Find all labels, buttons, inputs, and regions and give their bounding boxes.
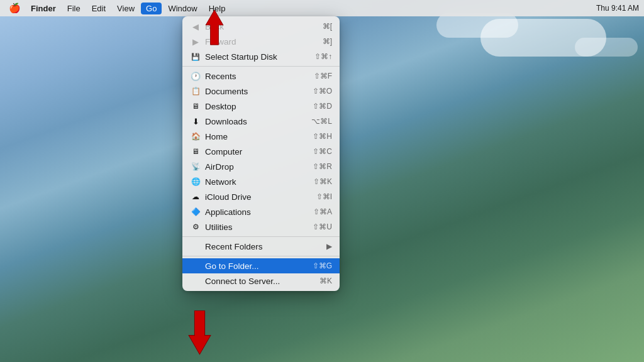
menu-item-downloads-shortcut: ⌥⌘L xyxy=(311,117,332,126)
menubar-right: Thu 9:41 AM xyxy=(596,4,639,13)
menu-item-network-shortcut: ⇧⌘K xyxy=(313,177,332,186)
menu-item-utilities-label: Utilities xyxy=(205,222,313,232)
menu-item-connect-label: Connect to Server... xyxy=(205,277,319,286)
menu-item-home[interactable]: 🏠 Home ⇧⌘H xyxy=(182,129,340,144)
menu-item-home-shortcut: ⇧⌘H xyxy=(313,132,332,141)
menu-item-home-label: Home xyxy=(205,132,313,141)
go-dropdown-menu: ◀ Back ⌘[ ▶ Forward ⌘] 💾 Select Startup … xyxy=(182,16,340,291)
view-menu[interactable]: View xyxy=(112,3,140,14)
menu-item-go-folder[interactable]: Go to Folder... ⇧⌘G xyxy=(182,258,340,273)
menu-separator-3 xyxy=(182,256,340,256)
network-icon: 🌐 xyxy=(190,176,201,187)
recents-icon: 🕐 xyxy=(190,70,201,82)
documents-icon: 📋 xyxy=(190,85,201,97)
cloud-decoration xyxy=(436,13,518,38)
menu-item-downloads-label: Downloads xyxy=(205,117,311,126)
menu-item-airdrop-shortcut: ⇧⌘R xyxy=(313,162,332,171)
airdrop-icon: 📡 xyxy=(190,161,201,172)
menu-separator-2 xyxy=(182,236,340,237)
menu-item-desktop-label: Desktop xyxy=(205,102,313,111)
svg-marker-2 xyxy=(189,310,211,354)
cloud-decoration xyxy=(575,38,638,57)
menu-item-downloads[interactable]: ⬇ Downloads ⌥⌘L xyxy=(182,114,340,129)
menubar: 🍎 Finder File Edit View Go Window Help T… xyxy=(0,0,644,16)
menu-item-icloud[interactable]: ☁ iCloud Drive ⇧⌘I xyxy=(182,189,340,204)
menu-item-icloud-shortcut: ⇧⌘I xyxy=(316,192,332,201)
go-menu[interactable]: Go xyxy=(141,3,162,14)
menu-item-airdrop-label: AirDrop xyxy=(205,162,313,172)
icloud-icon: ☁ xyxy=(190,191,201,202)
arrow-down-indicator xyxy=(179,309,220,356)
menu-item-documents-shortcut: ⇧⌘O xyxy=(313,87,332,96)
menu-item-startup-label: Select Startup Disk xyxy=(205,52,314,62)
menu-item-back-shortcut: ⌘[ xyxy=(323,22,332,31)
startup-icon: 💾 xyxy=(190,51,201,62)
menu-item-go-folder-label: Go to Folder... xyxy=(205,261,313,271)
menu-item-applications[interactable]: 🔷 Applications ⇧⌘A xyxy=(182,204,340,219)
menu-item-documents-label: Documents xyxy=(205,87,313,96)
menu-separator-1 xyxy=(182,66,340,67)
file-menu[interactable]: File xyxy=(62,3,86,14)
downloads-icon: ⬇ xyxy=(190,116,201,127)
menu-item-applications-shortcut: ⇧⌘A xyxy=(313,207,332,216)
recent-folders-icon xyxy=(190,241,201,252)
menu-item-network-label: Network xyxy=(205,177,313,187)
menu-item-utilities[interactable]: ⚙ Utilities ⇧⌘U xyxy=(182,219,340,234)
menubar-clock: Thu 9:41 AM xyxy=(596,4,639,13)
menu-item-icloud-label: iCloud Drive xyxy=(205,192,316,202)
menu-item-recent-folders[interactable]: Recent Folders ▶ xyxy=(182,239,340,254)
computer-icon: 🖥 xyxy=(190,146,201,157)
home-icon: 🏠 xyxy=(190,131,201,142)
menu-item-startup-shortcut: ⇧⌘↑ xyxy=(314,52,332,61)
applications-icon: 🔷 xyxy=(190,206,201,217)
menu-item-startup[interactable]: 💾 Select Startup Disk ⇧⌘↑ xyxy=(182,49,340,64)
desktop-icon: 🖥 xyxy=(190,101,201,112)
menu-item-go-folder-shortcut: ⇧⌘G xyxy=(313,261,332,270)
menu-item-utilities-shortcut: ⇧⌘U xyxy=(313,222,332,231)
go-folder-icon xyxy=(190,260,201,272)
menu-item-forward-shortcut: ⌘] xyxy=(323,37,332,46)
menu-item-desktop[interactable]: 🖥 Desktop ⇧⌘D xyxy=(182,99,340,114)
menu-item-applications-label: Applications xyxy=(205,207,313,217)
window-menu[interactable]: Window xyxy=(163,3,202,14)
menu-item-recents-label: Recents xyxy=(205,72,314,81)
utilities-icon: ⚙ xyxy=(190,221,201,233)
menu-item-computer[interactable]: 🖥 Computer ⇧⌘C xyxy=(182,144,340,159)
edit-menu[interactable]: Edit xyxy=(87,3,111,14)
arrow-up-indicator xyxy=(199,9,230,47)
menu-item-computer-label: Computer xyxy=(205,147,313,156)
connect-icon xyxy=(190,275,201,287)
menu-item-recent-folders-label: Recent Folders xyxy=(205,242,326,251)
menu-item-computer-shortcut: ⇧⌘C xyxy=(313,147,332,156)
menu-item-network[interactable]: 🌐 Network ⇧⌘K xyxy=(182,174,340,189)
menu-item-documents[interactable]: 📋 Documents ⇧⌘O xyxy=(182,84,340,99)
menu-item-connect-shortcut: ⌘K xyxy=(319,277,332,285)
menu-item-recents[interactable]: 🕐 Recents ⇧⌘F xyxy=(182,69,340,84)
menu-item-recent-folders-arrow: ▶ xyxy=(326,242,332,251)
svg-marker-1 xyxy=(206,10,223,45)
apple-menu[interactable]: 🍎 xyxy=(5,1,25,15)
menu-item-connect[interactable]: Connect to Server... ⌘K xyxy=(182,273,340,288)
menu-item-recents-shortcut: ⇧⌘F xyxy=(314,72,332,80)
menu-item-airdrop[interactable]: 📡 AirDrop ⇧⌘R xyxy=(182,159,340,174)
finder-menu[interactable]: Finder xyxy=(26,3,61,14)
menu-item-desktop-shortcut: ⇧⌘D xyxy=(313,102,332,111)
